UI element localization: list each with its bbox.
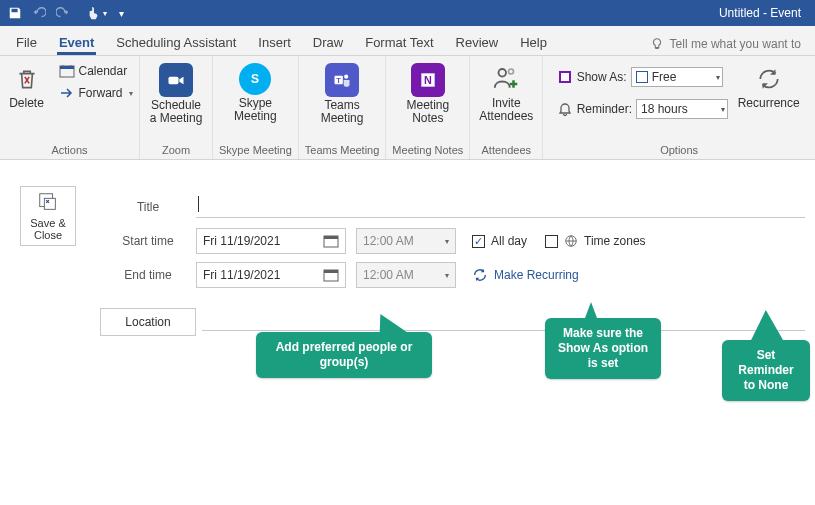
time-zones-checkbox[interactable]: Time zones [545, 234, 646, 248]
chevron-down-icon: ▾ [721, 105, 725, 114]
tab-help[interactable]: Help [518, 29, 549, 55]
teams-meeting-button[interactable]: T TeamsMeeting [312, 59, 372, 125]
window-title: Untitled - Event [132, 6, 811, 20]
recurring-icon [472, 267, 488, 283]
location-button[interactable]: Location [100, 308, 196, 336]
chevron-down-icon: ▾ [716, 73, 720, 82]
recurrence-button[interactable]: Recurrence [736, 59, 802, 110]
svg-text:T: T [336, 76, 341, 85]
group-teams-label: Teams Meeting [305, 142, 380, 159]
start-time-field[interactable]: 12:00 AM ▾ [356, 228, 456, 254]
svg-rect-1 [60, 66, 74, 69]
start-date-field[interactable]: Fri 11/19/2021 [196, 228, 346, 254]
delete-label: Delete [9, 97, 44, 110]
callout-show-as: Make sure the Show As option is set [545, 318, 661, 379]
schedule-a-meeting-button[interactable]: Schedulea Meeting [146, 59, 206, 125]
svg-text:S: S [251, 72, 259, 86]
invite-attendees-button[interactable]: InviteAttendees [476, 59, 536, 123]
end-time-label: End time [100, 268, 196, 282]
calendar-picker-icon [323, 233, 339, 249]
svg-rect-19 [324, 270, 338, 273]
tab-draw[interactable]: Draw [311, 29, 345, 55]
save-icon[interactable] [4, 2, 26, 24]
teams-label-2: Meeting [321, 111, 364, 125]
invite-attendees-icon [490, 63, 522, 95]
meeting-notes-button[interactable]: N MeetingNotes [398, 59, 458, 125]
tell-me-label: Tell me what you want to [670, 37, 801, 51]
group-skype-label: Skype Meeting [219, 142, 292, 159]
delete-button[interactable]: Delete [3, 59, 51, 110]
tell-me-search[interactable]: Tell me what you want to [650, 37, 801, 55]
svg-rect-2 [169, 77, 179, 85]
make-recurring-link[interactable]: Make Recurring [472, 267, 579, 283]
delete-icon [11, 63, 43, 95]
show-as-combo[interactable]: Free ▾ [631, 67, 723, 87]
all-day-label: All day [491, 234, 527, 248]
free-swatch [636, 71, 648, 83]
checkbox-checked-icon [472, 235, 485, 248]
end-time-field[interactable]: 12:00 AM ▾ [356, 262, 456, 288]
chevron-down-icon: ▾ [129, 89, 133, 98]
start-time-value: 12:00 AM [363, 234, 414, 248]
title-label: Title [100, 200, 196, 214]
save-close-label: Save & Close [21, 217, 75, 241]
tab-file[interactable]: File [14, 29, 39, 55]
forward-icon [59, 85, 75, 101]
tab-event[interactable]: Event [57, 29, 96, 55]
calendar-label: Calendar [79, 64, 128, 78]
touch-mode-icon[interactable]: ▾ [86, 2, 108, 24]
start-date-value: Fri 11/19/2021 [203, 234, 280, 248]
save-and-close-button[interactable]: Save & Close [20, 186, 76, 246]
svg-rect-16 [324, 236, 338, 239]
svg-rect-14 [44, 198, 55, 209]
globe-icon [564, 234, 578, 248]
undo-icon[interactable] [28, 2, 50, 24]
chevron-down-icon: ▾ [445, 237, 449, 246]
callout-add-people-text: Add preferred people or group(s) [276, 340, 413, 369]
skype-label-2: Meeting [234, 109, 277, 123]
reminder-label: Reminder: [577, 102, 632, 116]
time-zones-label: Time zones [584, 234, 646, 248]
recurrence-icon [753, 63, 785, 95]
show-as-icon [557, 69, 573, 85]
zoom-label-1: Schedule [151, 98, 201, 112]
callout-show-as-text: Make sure the Show As option is set [558, 326, 648, 370]
all-day-checkbox[interactable]: All day [472, 234, 527, 248]
notes-label-1: Meeting [406, 98, 449, 112]
tab-review[interactable]: Review [454, 29, 501, 55]
qat-separator [76, 2, 84, 24]
group-options-label: Options [660, 142, 698, 159]
onenote-icon: N [411, 63, 445, 97]
redo-icon[interactable] [52, 2, 74, 24]
location-input[interactable] [202, 305, 805, 331]
teams-icon: T [325, 63, 359, 97]
zoom-icon [159, 63, 193, 97]
group-notes-label: Meeting Notes [392, 142, 463, 159]
notes-label-2: Notes [412, 111, 443, 125]
tab-format-text[interactable]: Format Text [363, 29, 435, 55]
end-time-value: 12:00 AM [363, 268, 414, 282]
calendar-icon [59, 63, 75, 79]
group-zoom-label: Zoom [162, 142, 190, 159]
callout-reminder: Set Reminder to None [722, 340, 810, 401]
checkbox-unchecked-icon [545, 235, 558, 248]
reminder-combo[interactable]: 18 hours ▾ [636, 99, 728, 119]
qat-customize-icon[interactable]: ▾ [110, 2, 132, 24]
forward-button[interactable]: Forward ▾ [55, 83, 137, 103]
title-input[interactable] [196, 196, 805, 218]
invite-label-2: Attendees [479, 109, 533, 123]
skype-meeting-button[interactable]: S SkypeMeeting [225, 59, 285, 123]
end-date-field[interactable]: Fri 11/19/2021 [196, 262, 346, 288]
calendar-button[interactable]: Calendar [55, 61, 137, 81]
teams-label-1: Teams [324, 98, 359, 112]
tab-insert[interactable]: Insert [256, 29, 293, 55]
end-date-value: Fri 11/19/2021 [203, 268, 280, 282]
tab-scheduling-assistant[interactable]: Scheduling Assistant [114, 29, 238, 55]
callout-reminder-text: Set Reminder to None [738, 348, 793, 392]
save-close-icon [37, 191, 59, 213]
svg-text:N: N [424, 74, 432, 86]
svg-point-6 [344, 75, 348, 79]
recurrence-label: Recurrence [738, 97, 800, 110]
zoom-label-2: a Meeting [150, 111, 203, 125]
show-as-value: Free [652, 70, 677, 84]
